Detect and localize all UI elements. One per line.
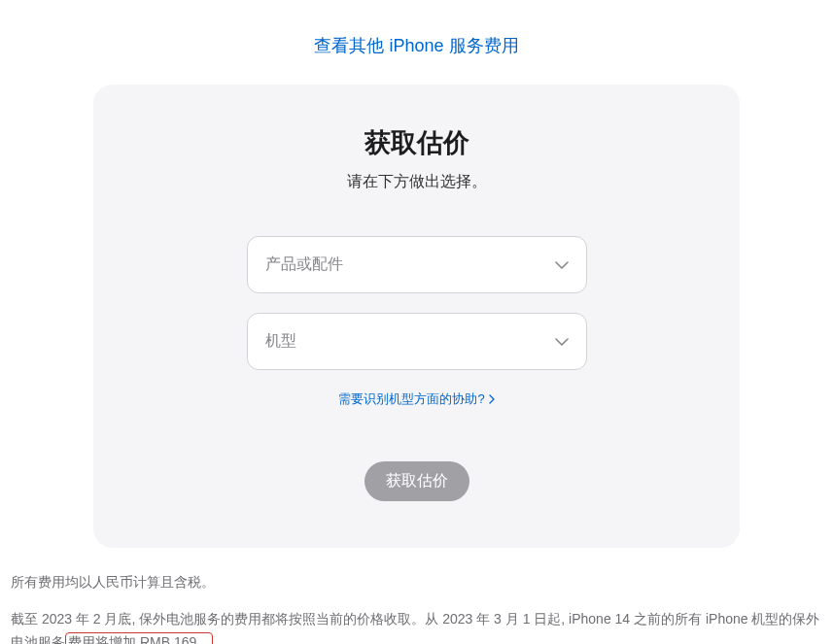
chevron-right-icon <box>489 394 495 404</box>
product-select[interactable]: 产品或配件 <box>247 236 587 293</box>
card-title: 获取估价 <box>132 125 701 160</box>
help-link-label: 需要识别机型方面的协助? <box>338 390 484 408</box>
footer-text: 所有费用均以人民币计算且含税。 截至 2023 年 2 月底, 保外电池服务的费… <box>0 548 833 644</box>
footer-line-1: 所有费用均以人民币计算且含税。 <box>11 571 822 594</box>
identify-model-help-link[interactable]: 需要识别机型方面的协助? <box>338 390 494 408</box>
other-iphone-service-fees-link[interactable]: 查看其他 iPhone 服务费用 <box>314 36 518 55</box>
price-increase-highlight: 费用将增加 RMB 169。 <box>65 632 213 644</box>
estimate-card: 获取估价 请在下方做出选择。 产品或配件 机型 需要识别机型方面的协助? 获取估… <box>93 85 740 548</box>
chevron-down-icon <box>555 338 569 346</box>
card-subtitle: 请在下方做出选择。 <box>132 172 701 192</box>
get-estimate-button[interactable]: 获取估价 <box>364 461 469 501</box>
model-select-placeholder: 机型 <box>265 331 296 352</box>
chevron-down-icon <box>555 261 569 269</box>
footer-line-2: 截至 2023 年 2 月底, 保外电池服务的费用都将按照当前的价格收取。从 2… <box>11 608 822 644</box>
product-select-placeholder: 产品或配件 <box>265 254 343 275</box>
model-select[interactable]: 机型 <box>247 313 587 370</box>
